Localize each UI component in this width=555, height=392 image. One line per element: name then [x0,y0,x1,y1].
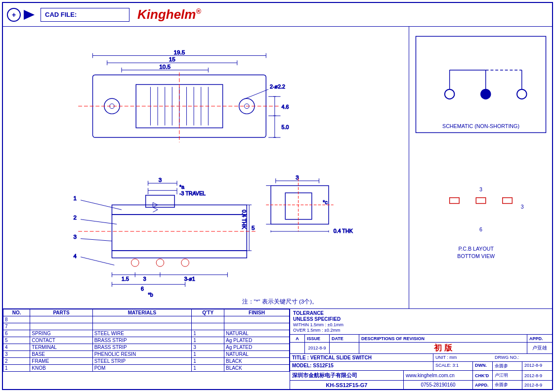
dwn-date: 2012-8-9 [522,362,552,370]
part-num-row: KH-SS12F15-G7 0755-28190160 APPD. 余圆参 20… [290,381,552,389]
svg-rect-106 [416,36,546,132]
svg-line-47 [81,239,112,241]
drwn-label: DRWG NO.: [493,354,552,361]
svg-text:*a: *a [179,184,184,190]
svg-line-29 [244,89,268,99]
svg-line-57 [153,210,158,212]
tolerance-line2: OVER 1.5mm : ±0.2mm [293,328,549,333]
svg-text:1: 1 [74,195,77,201]
svg-text:3: 3 [143,276,146,282]
svg-rect-121 [476,198,485,204]
company-logo: Kinghelm® [137,7,201,22]
svg-text:5.0: 5.0 [281,124,289,130]
svg-text:*c: *c [323,199,328,205]
svg-text:-3 TRAVEL: -3 TRAVEL [179,190,206,196]
chkd-person: 卢江明 [493,371,522,380]
model-row: MODEL: SS12F15 SCALE: 3:1 DWN. 余圆参 2012-… [290,362,552,371]
svg-rect-52 [146,195,174,207]
drawing-border: CAD FILE: Kinghelm® 19.5 [2,2,553,390]
svg-point-60 [181,259,189,267]
col-materials: MATERIALS [92,309,192,316]
svg-text:6: 6 [479,226,482,232]
tolerance-sub: UNLESS SPECIFIED [293,316,549,322]
table-row: 4TERMINALBRASS STRIP3Ag PLATED [3,344,290,351]
svg-text:1.5: 1.5 [122,276,129,282]
rev-person: 卢亚雄 [527,343,552,353]
dwn-label: DWN. [473,362,493,370]
parts-table-container: NO. PARTS MATERIALS Q'TY FINISH 876SPRIN… [3,309,290,389]
svg-line-48 [81,257,114,265]
rev-a-val [290,343,305,353]
svg-text:5: 5 [252,224,255,231]
col-finish: FINISH [224,309,289,316]
svg-text:6: 6 [141,286,144,292]
model-label: MODEL: SS12F15 [290,362,433,370]
chkd-label: CHK'D [473,371,493,380]
unit-label: UNIT : mm [433,354,493,361]
svg-rect-120 [450,198,459,204]
issue-desc-label: DESCRIPTIONS OF REVISION [359,335,527,342]
pcb-label: P.C.B LAYOUT [458,246,494,252]
svg-rect-122 [503,198,512,204]
svg-text:10.5: 10.5 [159,63,171,70]
company-row: 深圳市金航标电子有限公司 www.kinghelm.com.cn CHK'D 卢… [290,371,552,381]
svg-text:0.4 THK: 0.4 THK [334,228,353,234]
table-row: 5CONTACTBRASS STRIP1Ag PLATED [3,337,290,344]
svg-text:3-ø1: 3-ø1 [184,276,195,282]
rev-empty [330,343,359,353]
scale-label: SCALE: 3:1 [433,362,473,370]
svg-rect-115 [416,186,546,282]
issue-label: ISSUE [305,335,330,342]
schematic-area: SCHEMATIC (NON-SHORTING) 3 [409,27,552,308]
issue-date-label: DATE [330,335,359,342]
title-row: TITLE : VERTICAL SLIDE SWITCH UNIT : mm … [290,354,552,362]
dwn-person: 余圆参 [493,362,522,370]
svg-rect-50 [112,215,247,251]
chkd-date: 2012-8-9 [522,371,552,380]
revision-row: 2012-8-9 初 版 卢亚雄 [290,343,552,354]
appd-person: 余圆参 [493,381,522,389]
drawing-area: 19.5 15 10.5 [3,27,409,308]
svg-text:3: 3 [74,233,77,240]
right-meta: TOLERANCE UNLESS SPECIFIED WITHIN 1.5mm … [290,309,552,389]
svg-text:3: 3 [479,186,482,192]
issue-header-row: A ISSUE DATE DESCRIPTIONS OF REVISION AP… [290,335,552,343]
svg-point-108 [481,89,490,99]
svg-text:2: 2 [74,214,77,220]
svg-text:3: 3 [159,176,162,183]
table-row: 1KNOBPOM1BLACK [3,365,290,372]
bottom-table-area: NO. PARTS MATERIALS Q'TY FINISH 876SPRIN… [3,309,552,389]
svg-text:4.6: 4.6 [281,104,289,110]
table-row: 8 [3,316,290,323]
svg-text:19.5: 19.5 [174,49,185,55]
tolerance-line1: WITHIN 1.5mm : ±0.1mm [293,322,549,327]
table-row: 2FRAMESTEEL STRIP1BLACK [3,358,290,365]
svg-point-58 [131,259,139,267]
arrow-icon [24,10,35,20]
svg-text:3: 3 [521,204,524,210]
col-qty: Q'TY [192,309,224,316]
issue-a-label: A [290,335,305,342]
svg-point-13 [104,98,120,114]
svg-line-46 [81,219,117,224]
phone-number: 0755-28190160 [404,381,473,389]
cad-file-box: CAD FILE: [41,8,129,22]
col-parts: PARTS [30,309,92,316]
main-content: 19.5 15 10.5 [3,27,552,309]
svg-text:2-ø2.2: 2-ø2.2 [270,84,285,89]
svg-text:15: 15 [169,56,176,62]
table-row: 7 [3,323,290,330]
svg-text:*b: *b [148,292,153,298]
cad-file-label: CAD FILE: [45,11,77,18]
parts-table: NO. PARTS MATERIALS Q'TY FINISH 876SPRIN… [3,309,290,372]
appd-label: APPD. [473,381,493,389]
svg-point-107 [445,89,454,99]
cad-symbol [7,8,35,22]
issue-appd-label: APPD. [527,335,552,342]
tolerance-header: TOLERANCE [293,310,549,316]
main-drawing-svg: 19.5 15 10.5 [3,27,409,308]
svg-text:0.4 THK: 0.4 THK [241,210,247,229]
svg-rect-51 [112,251,247,258]
target-icon [7,8,21,22]
header-bar: CAD FILE: Kinghelm® [3,3,552,27]
